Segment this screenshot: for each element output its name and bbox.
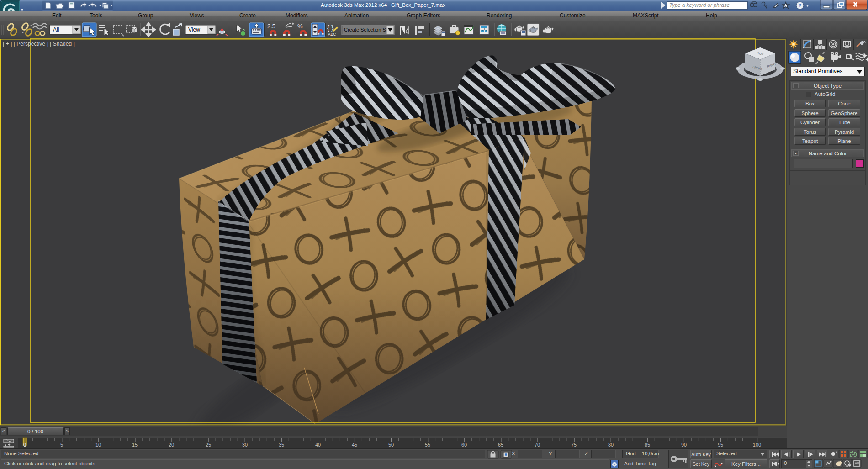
svg-text:10: 10	[95, 442, 101, 448]
svg-text:65: 65	[498, 442, 503, 448]
svg-text:%: %	[297, 23, 303, 30]
svg-text:Create Selection Se: Create Selection Se	[344, 27, 389, 32]
svg-text:[ + ] [ Perspective ] [ Shaded: [ + ] [ Perspective ] [ Shaded ]	[3, 41, 75, 47]
svg-text:2.5: 2.5	[267, 23, 275, 30]
svg-text:25: 25	[206, 442, 211, 448]
svg-text:20: 20	[169, 442, 174, 448]
svg-text:60: 60	[461, 442, 467, 448]
svg-text:40: 40	[315, 442, 321, 448]
svg-text:?: ?	[799, 3, 802, 8]
svg-text:80: 80	[608, 442, 614, 448]
svg-text:100: 100	[753, 442, 761, 448]
svg-text:95: 95	[718, 442, 723, 448]
svg-text:55: 55	[425, 442, 430, 448]
svg-text:35: 35	[279, 442, 284, 448]
svg-text:45: 45	[352, 442, 357, 448]
svg-text:View: View	[188, 26, 200, 33]
svg-text:ABC: ABC	[328, 32, 336, 37]
svg-text:75: 75	[571, 442, 577, 448]
svg-text:30: 30	[242, 442, 248, 448]
svg-text:50: 50	[388, 442, 394, 448]
svg-text:15: 15	[132, 442, 138, 448]
svg-text:0: 0	[23, 442, 26, 448]
svg-text:90: 90	[681, 442, 687, 448]
svg-text:All: All	[53, 26, 59, 33]
svg-text:85: 85	[645, 442, 650, 448]
svg-text:5: 5	[60, 442, 63, 448]
svg-text:70: 70	[535, 442, 540, 448]
